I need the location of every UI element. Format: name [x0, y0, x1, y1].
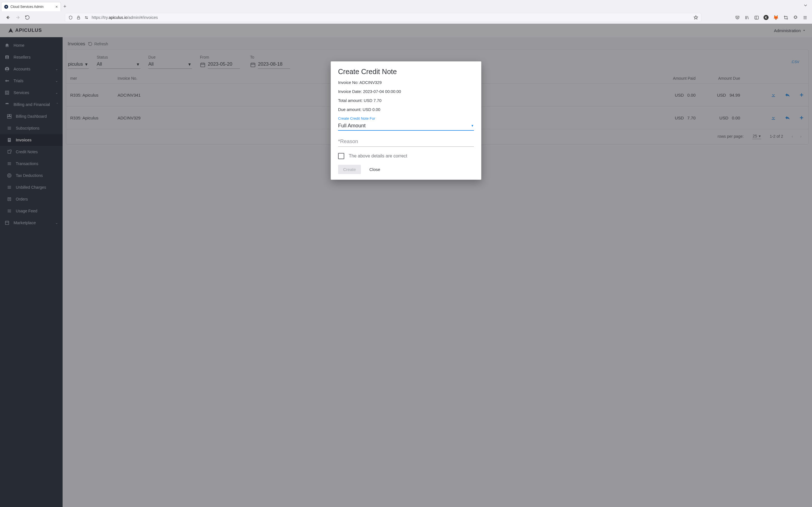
- library-icon[interactable]: [744, 15, 749, 20]
- modal-scrim[interactable]: Create Credit Note Invoice No: ADCINV329…: [0, 24, 812, 507]
- confirm-label: The above details are correct: [349, 154, 407, 159]
- lock-icon[interactable]: [76, 15, 81, 20]
- svg-rect-12: [755, 16, 758, 19]
- menu-icon[interactable]: [802, 15, 808, 20]
- credit-note-for-select[interactable]: Full Amount ▼: [338, 121, 474, 131]
- sidebar-toggle-icon[interactable]: [754, 15, 759, 20]
- modal-invoice-no: Invoice No: ADCINV329: [338, 80, 474, 85]
- extensions-icon[interactable]: [793, 15, 798, 20]
- create-button: Create: [338, 165, 361, 174]
- tab-title: Cloud Services Admin: [10, 5, 43, 9]
- browser-tab[interactable]: ✦ Cloud Services Admin ×: [1, 2, 61, 11]
- close-button[interactable]: Close: [366, 165, 384, 174]
- credit-note-for-label: Create Credit Note For: [338, 116, 474, 121]
- nav-forward-icon: [15, 15, 20, 20]
- new-tab-button[interactable]: +: [61, 4, 69, 11]
- address-bar[interactable]: https://try.apiculus.io/admin/#/invoices: [65, 13, 702, 22]
- tab-favicon-icon: ✦: [4, 5, 8, 9]
- svg-marker-8: [694, 15, 698, 19]
- reason-input[interactable]: *Reason: [338, 136, 474, 147]
- modal-title: Create Credit Note: [338, 68, 474, 76]
- extension-crop-icon[interactable]: [783, 15, 788, 20]
- nav-back-icon[interactable]: [6, 15, 11, 20]
- modal-total-amount: Total amount: USD 7.70: [338, 98, 474, 103]
- reason-placeholder: *Reason: [338, 138, 358, 145]
- bookmark-icon[interactable]: [693, 15, 698, 20]
- svg-line-11: [748, 16, 748, 19]
- shield-icon[interactable]: [68, 15, 73, 20]
- svg-rect-3: [77, 17, 80, 19]
- close-tab-icon[interactable]: ×: [56, 5, 58, 9]
- extension-k-icon[interactable]: K: [763, 15, 769, 20]
- chevron-down-icon: ▼: [471, 124, 474, 127]
- extension-metamask-icon[interactable]: 🦊: [773, 15, 779, 20]
- modal-due-amount: Due amount: USD 0.00: [338, 107, 474, 112]
- modal-invoice-date: Invoice Date: 2023-07-04 00:00:00: [338, 89, 474, 94]
- credit-note-for-value: Full Amount: [338, 122, 366, 129]
- nav-reload-icon[interactable]: [25, 15, 30, 20]
- pocket-icon[interactable]: [735, 15, 740, 20]
- tabs-dropdown-icon[interactable]: [803, 3, 808, 8]
- url-text: https://try.apiculus.io/admin/#/invoices: [92, 15, 158, 20]
- create-credit-note-modal: Create Credit Note Invoice No: ADCINV329…: [331, 61, 481, 180]
- confirm-checkbox[interactable]: [338, 153, 344, 159]
- permissions-icon[interactable]: [84, 15, 89, 20]
